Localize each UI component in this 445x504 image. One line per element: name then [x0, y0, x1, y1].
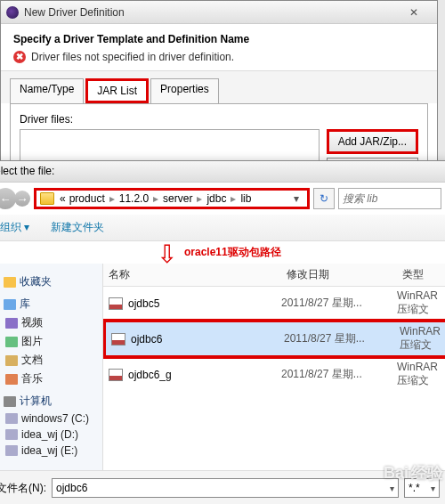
sidebar-item-drive[interactable]: windows7 (C:) [0, 411, 97, 427]
dialog-error: ✖ Driver files not specified in driver d… [13, 51, 425, 63]
file-date: 2011/8/27 星期... [281, 367, 397, 382]
filename-input[interactable]: ojdbc6▾ [52, 478, 399, 498]
address-bar: ← → « product▸ 11.2.0▸ server▸ jdbc▸ lib… [0, 183, 445, 215]
archive-icon [109, 297, 123, 310]
chevron-right-icon: ▸ [150, 192, 161, 205]
nav-forward-button[interactable]: → [14, 191, 30, 207]
archive-icon [109, 369, 123, 381]
dialog-error-text: Driver files not specified in driver def… [31, 51, 234, 63]
star-icon [4, 277, 16, 288]
file-type: WinRAR 压缩文 [397, 289, 443, 317]
tab-bar: Name/Type JAR List Properties [1, 71, 437, 103]
music-icon [5, 374, 18, 385]
disk-icon [5, 429, 18, 440]
annotation-text: oracle11驱动包路径 [184, 245, 281, 260]
refresh-button[interactable]: ↻ [313, 188, 335, 209]
sidebar-item-video[interactable]: 视频 [0, 313, 97, 332]
filter-combo[interactable]: *.*▾ [404, 478, 440, 498]
file-name: ojdbc6_g [128, 369, 172, 381]
chooser-toolbar: 组织 ▾ 新建文件夹 [0, 215, 445, 241]
archive-icon [111, 333, 125, 345]
organize-menu[interactable]: 组织 ▾ [0, 218, 33, 237]
breadcrumb-item[interactable]: server [161, 192, 194, 205]
sidebar-item-documents[interactable]: 文档 [0, 351, 97, 370]
chooser-title: elect the file: [0, 161, 445, 183]
sidebar-favorites[interactable]: ▷收藏夹 [0, 272, 97, 291]
disk-icon [5, 445, 18, 456]
sidebar-item-music[interactable]: 音乐 [0, 370, 97, 388]
disk-icon [5, 413, 18, 424]
chevron-right-icon: ▸ [107, 192, 117, 205]
dialog-header: Specify a Driver Template and Definition… [1, 24, 437, 71]
file-date: 2011/8/27 星期... [281, 296, 397, 311]
video-icon [5, 318, 18, 329]
sidebar-computer[interactable]: ▽计算机 [0, 392, 97, 411]
add-jar-button[interactable]: Add JAR/Zip... [327, 129, 418, 154]
chevron-right-icon: ▸ [228, 192, 239, 205]
documents-icon [5, 355, 18, 366]
new-folder-button[interactable]: 新建文件夹 [47, 218, 108, 237]
column-headers: 名称 修改日期 类型 [103, 264, 445, 287]
file-name: ojdbc5 [128, 297, 159, 310]
file-date: 2011/8/27 星期... [284, 331, 400, 346]
breadcrumb-item[interactable]: 11.2.0 [117, 192, 150, 205]
breadcrumb-item[interactable]: lib [239, 192, 253, 205]
column-type[interactable]: 类型 [402, 267, 443, 282]
chooser-footer: 文件名(N): ojdbc6▾ *.*▾ 打开(O) ▾ 取消 [0, 470, 445, 504]
pictures-icon [5, 337, 18, 347]
search-input[interactable] [338, 188, 441, 209]
computer-icon [4, 396, 16, 407]
file-list-pane: 名称 修改日期 类型 ojdbc52011/8/27 星期...WinRAR 压… [103, 264, 445, 470]
file-name: ojdbc6 [131, 333, 162, 345]
sidebar-item-drive[interactable]: idea_wj (D:) [0, 427, 97, 443]
close-icon[interactable]: ✕ [396, 6, 432, 19]
tab-properties[interactable]: Properties [150, 78, 219, 103]
sidebar-libraries[interactable]: ▽库 [0, 295, 97, 313]
dialog-header-title: Specify a Driver Template and Definition… [13, 33, 425, 45]
file-row[interactable]: ojdbc52011/8/27 星期...WinRAR 压缩文 [103, 287, 445, 320]
chevron-down-icon[interactable]: ▾ [390, 484, 394, 493]
chevron-down-icon[interactable]: ▾ [431, 484, 435, 493]
sidebar: ▷收藏夹 ▽库 视频 图片 文档 音乐 ▽计算机 windows7 (C:) i… [0, 264, 103, 470]
column-name[interactable]: 名称 [109, 267, 287, 282]
eclipse-icon [6, 6, 19, 19]
sidebar-item-pictures[interactable]: 图片 [0, 332, 97, 351]
tab-jar-list[interactable]: JAR List [85, 78, 149, 103]
file-row[interactable]: ojdbc6_g2011/8/27 星期...WinRAR 压缩文 [103, 358, 445, 391]
dialog-title: New Driver Definition [24, 6, 396, 19]
breadcrumb-item[interactable]: jdbc [205, 192, 228, 205]
library-icon [4, 299, 16, 310]
sidebar-item-drive[interactable]: idea_wj (E:) [0, 443, 97, 459]
dialog-titlebar: New Driver Definition ✕ [1, 1, 437, 24]
file-type: WinRAR 压缩文 [397, 361, 443, 388]
breadcrumb-chevrons: « [58, 192, 68, 205]
file-chooser-dialog: elect the file: ← → « product▸ 11.2.0▸ s… [0, 160, 445, 504]
file-row[interactable]: ojdbc62011/8/27 星期...WinRAR 压缩文 [103, 320, 445, 358]
error-icon: ✖ [13, 51, 26, 63]
driver-files-label: Driver files: [20, 113, 418, 126]
chevron-right-icon: ▸ [194, 192, 205, 205]
column-date[interactable]: 修改日期 [287, 267, 402, 282]
breadcrumb-item[interactable]: product [68, 192, 107, 205]
chevron-down-icon[interactable]: ▾ [289, 192, 303, 205]
breadcrumb[interactable]: « product▸ 11.2.0▸ server▸ jdbc▸ lib ▾ [34, 188, 310, 209]
filename-label: 文件名(N): [0, 481, 46, 496]
folder-icon [40, 192, 54, 205]
tab-name-type[interactable]: Name/Type [10, 78, 84, 103]
file-type: WinRAR 压缩文 [400, 325, 441, 353]
